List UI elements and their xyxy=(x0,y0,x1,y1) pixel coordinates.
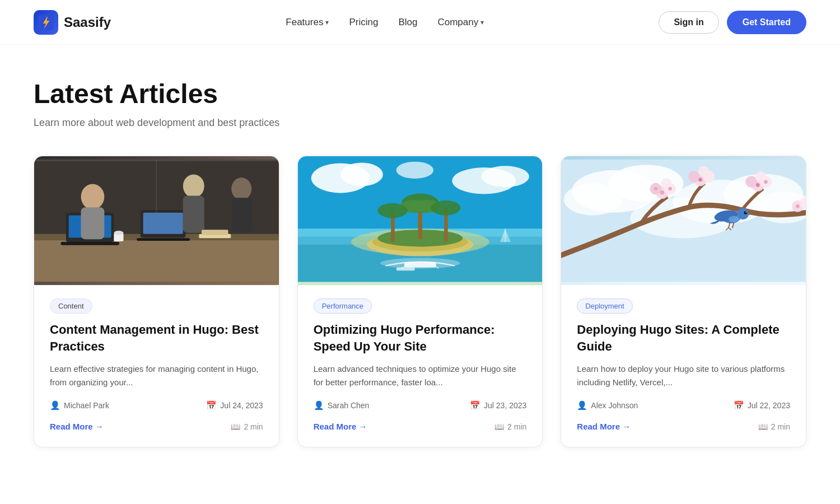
svg-point-65 xyxy=(654,187,658,191)
svg-point-63 xyxy=(660,190,665,195)
svg-point-12 xyxy=(81,184,105,210)
card-meta-3: 👤 Alex Johnson 📅 Jul 22, 2023 xyxy=(577,400,790,410)
svg-point-26 xyxy=(340,163,383,186)
svg-point-54 xyxy=(564,184,622,216)
page-title: Latest Articles xyxy=(34,78,806,109)
navbar: Saasify Features ▾ Pricing Blog Company … xyxy=(0,0,840,45)
article-date-2: 📅 Jul 23, 2023 xyxy=(470,400,526,410)
person-icon: 👤 xyxy=(577,400,587,410)
book-icon: 📖 xyxy=(494,422,504,431)
calendar-icon: 📅 xyxy=(734,400,744,410)
svg-rect-8 xyxy=(60,242,119,245)
read-more-row-2: Read More → 📖 2 min xyxy=(314,422,527,431)
svg-point-64 xyxy=(669,187,673,191)
svg-point-85 xyxy=(744,211,748,214)
article-title-1: Content Management in Hugo: Best Practic… xyxy=(50,321,263,354)
nav-blog[interactable]: Blog xyxy=(398,17,417,28)
article-tag-3: Deployment xyxy=(577,298,632,314)
article-author-3: 👤 Alex Johnson xyxy=(577,400,638,410)
article-title-3: Deploying Hugo Sites: A Complete Guide xyxy=(577,321,790,354)
nav-company[interactable]: Company ▾ xyxy=(437,17,484,28)
article-desc-3: Learn how to deploy your Hugo site to va… xyxy=(577,362,790,389)
svg-rect-15 xyxy=(183,195,204,232)
article-desc-2: Learn advanced techniques to optimize yo… xyxy=(314,362,527,389)
read-more-link-2[interactable]: Read More → xyxy=(314,422,367,431)
svg-point-28 xyxy=(481,166,529,187)
article-tag-1: Content xyxy=(50,298,92,314)
card-body-3: Deployment Deploying Hugo Sites: A Compl… xyxy=(561,285,806,447)
svg-point-69 xyxy=(698,166,709,176)
read-time-2: 📖 2 min xyxy=(494,422,526,431)
book-icon: 📖 xyxy=(758,422,768,431)
article-image-2 xyxy=(298,156,543,285)
nav-pricing[interactable]: Pricing xyxy=(349,17,378,28)
svg-point-16 xyxy=(231,178,251,200)
svg-point-79 xyxy=(796,204,800,208)
person-icon: 👤 xyxy=(50,400,60,410)
nav-features[interactable]: Features ▾ xyxy=(286,17,329,28)
nav-links: Features ▾ Pricing Blog Company ▾ xyxy=(286,17,484,28)
svg-rect-10 xyxy=(143,213,183,234)
svg-point-42 xyxy=(377,203,407,218)
read-more-row-3: Read More → 📖 2 min xyxy=(577,422,790,431)
article-title-2: Optimizing Hugo Performance: Speed Up Yo… xyxy=(314,321,527,354)
read-more-link-1[interactable]: Read More → xyxy=(50,422,104,431)
page-subtitle: Learn more about web development and bes… xyxy=(34,117,806,129)
calendar-icon: 📅 xyxy=(206,400,217,410)
svg-point-68 xyxy=(688,171,700,183)
svg-point-29 xyxy=(396,162,433,179)
svg-point-81 xyxy=(757,184,760,187)
svg-point-87 xyxy=(729,216,739,222)
svg-point-14 xyxy=(183,174,204,198)
card-meta-2: 👤 Sarah Chen 📅 Jul 23, 2023 xyxy=(314,400,527,410)
read-time-1: 📖 2 min xyxy=(231,422,263,431)
nav-actions: Sign in Get Started xyxy=(659,11,806,34)
article-author-2: 👤 Sarah Chen xyxy=(314,400,370,410)
article-date-1: 📅 Jul 24, 2023 xyxy=(206,400,263,410)
card-body-1: Content Content Management in Hugo: Best… xyxy=(34,285,279,447)
read-more-row-1: Read More → 📖 2 min xyxy=(50,422,263,431)
article-image-1 xyxy=(34,156,279,285)
card-meta-1: 👤 Michael Park 📅 Jul 24, 2023 xyxy=(50,400,263,410)
calendar-icon: 📅 xyxy=(470,400,480,410)
get-started-button[interactable]: Get Started xyxy=(727,11,806,34)
svg-rect-19 xyxy=(202,230,228,235)
article-image-3 xyxy=(561,156,806,285)
svg-rect-17 xyxy=(232,198,252,232)
logo-text: Saasify xyxy=(64,15,111,30)
svg-rect-13 xyxy=(81,207,105,239)
svg-rect-46 xyxy=(404,262,436,267)
read-time-3: 📖 2 min xyxy=(758,422,790,431)
svg-point-80 xyxy=(699,178,702,181)
card-body-2: Performance Optimizing Hugo Performance:… xyxy=(298,285,543,447)
main-content: Latest Articles Learn more about web dev… xyxy=(0,45,840,470)
article-desc-1: Learn effective strategies for managing … xyxy=(50,362,263,389)
svg-rect-11 xyxy=(137,238,190,241)
book-icon: 📖 xyxy=(231,422,240,431)
article-card-1: Content Content Management in Hugo: Best… xyxy=(34,156,279,447)
article-card-2: Performance Optimizing Hugo Performance:… xyxy=(297,156,543,447)
person-icon: 👤 xyxy=(314,400,324,410)
chevron-down-icon: ▾ xyxy=(480,18,484,26)
svg-point-74 xyxy=(755,171,766,182)
svg-point-21 xyxy=(114,231,123,235)
article-date-3: 📅 Jul 22, 2023 xyxy=(734,400,790,410)
svg-rect-49 xyxy=(396,268,414,271)
logo[interactable]: Saasify xyxy=(34,10,111,35)
svg-point-83 xyxy=(738,208,749,220)
article-card-3: Deployment Deploying Hugo Sites: A Compl… xyxy=(561,156,806,447)
svg-point-76 xyxy=(764,180,768,184)
read-more-link-3[interactable]: Read More → xyxy=(577,422,631,431)
article-author-1: 👤 Michael Park xyxy=(50,400,109,410)
svg-point-86 xyxy=(746,212,747,213)
logo-icon xyxy=(34,10,58,35)
svg-point-44 xyxy=(431,200,460,216)
chevron-down-icon: ▾ xyxy=(325,18,329,26)
signin-button[interactable]: Sign in xyxy=(659,11,718,34)
articles-grid: Content Content Management in Hugo: Best… xyxy=(34,156,806,447)
article-tag-2: Performance xyxy=(314,298,372,314)
